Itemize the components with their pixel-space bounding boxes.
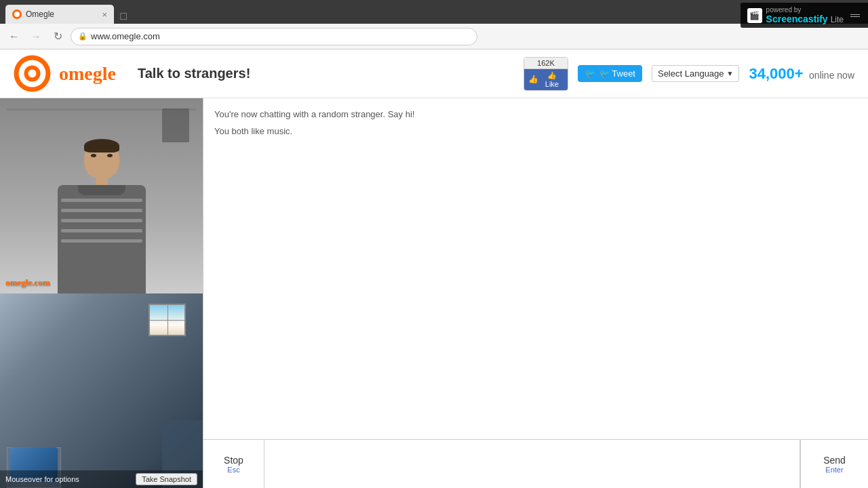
stop-shortcut: Esc — [227, 466, 239, 474]
thumbs-up-icon: 👍 — [528, 75, 538, 84]
send-shortcut: Enter — [825, 466, 843, 474]
back-btn[interactable]: ← — [5, 28, 23, 45]
online-count: 34,000+ — [749, 65, 803, 82]
language-selector[interactable]: Select Language ▼ — [652, 65, 740, 82]
page: omegle Talk to strangers! 162K 👍 👍 Like … — [0, 49, 868, 488]
like-box[interactable]: 162K 👍 👍 Like — [524, 57, 568, 91]
video-panel: omegle.com Mouseover for options — [0, 98, 203, 488]
site-header: omegle Talk to strangers! 162K 👍 👍 Like … — [0, 49, 868, 98]
chat-input-area: Stop Esc Send Enter — [203, 439, 868, 488]
powered-by-text: powered by — [766, 6, 844, 14]
self-video: Mouseover for options Take Snapshot — [0, 293, 203, 489]
lock-icon: 🔒 — [78, 32, 87, 41]
chat-input[interactable] — [264, 440, 800, 488]
like-count: 162K — [524, 58, 568, 69]
new-tab-btn[interactable]: □ — [114, 9, 133, 24]
address-bar[interactable]: 🔒 www.omegle.com — [71, 28, 477, 45]
send-label: Send — [823, 455, 846, 466]
refresh-btn[interactable]: ↻ — [49, 28, 66, 45]
screencastify-icon: 🎬 — [747, 8, 762, 23]
chat-panel: You're now chatting with a random strang… — [203, 98, 868, 488]
online-count-area: 34,000+ online now — [749, 65, 854, 83]
tweet-label: 🐦 Tweet — [599, 68, 635, 79]
select-language-label: Select Language — [658, 68, 724, 79]
system-message-1: You're now chatting with a random strang… — [214, 108, 857, 122]
screencastify-banner: 🎬 powered by Screencastify Lite — [741, 3, 868, 28]
screencastify-title: Screencastify — [766, 14, 828, 24]
forward-btn[interactable]: → — [27, 28, 45, 45]
url-text: www.omegle.com — [91, 31, 160, 41]
tab-close-btn[interactable]: × — [102, 9, 107, 20]
screencastify-subtitle: Lite — [831, 15, 844, 24]
site-title: omegle — [59, 63, 116, 85]
omegle-watermark: omegle.com — [5, 277, 50, 288]
stop-button[interactable]: Stop Esc — [203, 440, 264, 488]
tweet-button[interactable]: 🐦 🐦 Tweet — [578, 65, 642, 82]
tab[interactable]: Omegle × — [5, 5, 114, 24]
tab-title: Omegle — [26, 9, 54, 19]
video-controls: Mouseover for options Take Snapshot — [0, 470, 203, 488]
twitter-icon: 🐦 — [585, 68, 595, 79]
omegle-logo — [14, 55, 51, 92]
system-message-2: You both like music. — [214, 125, 857, 139]
logo-area: omegle Talk to strangers! — [14, 55, 250, 92]
stranger-video: omegle.com — [0, 98, 203, 293]
like-button[interactable]: 👍 👍 Like — [524, 69, 568, 90]
tagline: Talk to strangers! — [138, 66, 250, 81]
svg-point-3 — [28, 70, 37, 78]
send-button[interactable]: Send Enter — [800, 440, 868, 488]
stop-label: Stop — [224, 455, 243, 466]
chat-messages: You're now chatting with a random strang… — [203, 98, 868, 439]
tab-favicon — [12, 9, 22, 19]
main-content: omegle.com Mouseover for options — [0, 98, 868, 488]
snapshot-button[interactable]: Take Snapshot — [136, 473, 197, 485]
online-label: online now — [809, 70, 854, 81]
mouseover-text: Mouseover for options — [5, 475, 79, 483]
header-right: 162K 👍 👍 Like 🐦 🐦 Tweet Select Language … — [524, 57, 854, 91]
dropdown-arrow-icon: ▼ — [727, 70, 734, 77]
